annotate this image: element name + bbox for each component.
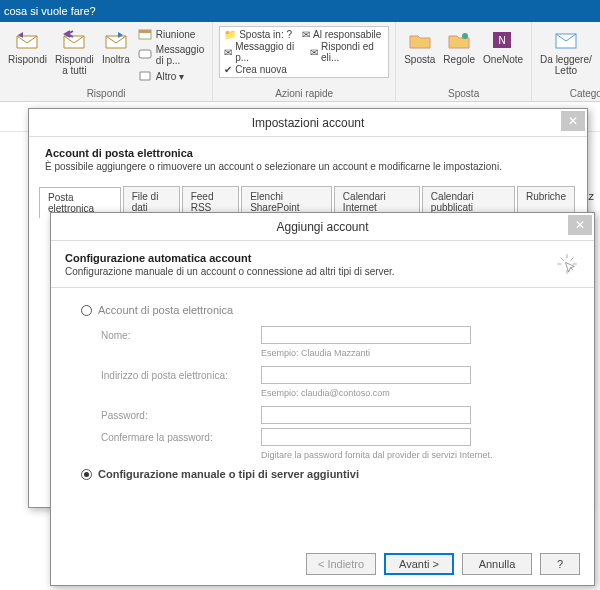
create-new-icon: ✔: [224, 64, 232, 75]
forward-label: Inoltra: [102, 54, 130, 65]
label-name: Nome:: [101, 330, 261, 341]
group-label-sposta: Sposta: [402, 86, 525, 99]
rules-icon: [445, 28, 473, 52]
dialog-subheading: È possibile aggiungere o rimuovere un ac…: [45, 161, 571, 172]
wizard-heading: Configurazione automatica account: [65, 252, 251, 264]
dialog-heading: Account di posta elettronica: [45, 147, 193, 159]
name-input[interactable]: [261, 326, 471, 344]
label-password: Password:: [101, 410, 261, 421]
dialog-header: Account di posta elettronica È possibile…: [29, 137, 587, 180]
reply-icon: [13, 28, 41, 52]
dialog-title: Impostazioni account: [252, 116, 365, 130]
wizard-body: Account di posta elettronica Nome: Esemp…: [51, 288, 594, 506]
password-input[interactable]: [261, 406, 471, 424]
dialog-title-bar: Aggiungi account ✕: [51, 213, 594, 241]
envelope-icon: [552, 28, 580, 52]
onenote-icon: N: [489, 28, 517, 52]
ribbon-group-sposta: Sposta Regole N OneNote Sposta: [396, 22, 532, 101]
reply-label: Rispondi: [8, 54, 47, 65]
tell-me-bar[interactable]: cosa si vuole fare?: [0, 0, 600, 22]
group-label-rispondi: Rispondi: [6, 86, 206, 99]
close-icon: ✕: [568, 114, 578, 128]
move-button[interactable]: Sposta: [402, 26, 437, 67]
ribbon-group-rispondi: Rispondi Rispondi a tutti Inoltra Riunio…: [0, 22, 213, 101]
reply-button[interactable]: Rispondi: [6, 26, 49, 67]
label-email: Indirizzo di posta elettronica:: [101, 370, 261, 381]
reply-all-label: Rispondi a tutti: [55, 54, 94, 76]
folder-move-icon: 📁: [224, 29, 236, 40]
group-label-categorie: Categorie: [538, 86, 600, 99]
email-input[interactable]: [261, 366, 471, 384]
ribbon-group-azioni: 📁Sposta in: ? ✉Al responsabile ✉Messaggi…: [213, 22, 396, 101]
reply-all-button[interactable]: Rispondi a tutti: [53, 26, 96, 78]
wizard-footer: < Indietro Avanti > Annulla ?: [306, 553, 580, 575]
hint-name: Esempio: Claudia Mazzanti: [261, 348, 564, 358]
im-button[interactable]: Messaggio di p...: [136, 43, 206, 67]
reply-delete-icon: ✉: [310, 47, 318, 58]
forward-button[interactable]: Inoltra: [100, 26, 132, 67]
meeting-button[interactable]: Riunione: [136, 26, 206, 42]
ribbon: Rispondi Rispondi a tutti Inoltra Riunio…: [0, 22, 600, 102]
reply-all-icon: [60, 28, 88, 52]
ribbon-group-categorie: Da leggere/ Letto Completa Categorie: [532, 22, 600, 101]
label-confirm-password: Confermare la password:: [101, 432, 261, 443]
close-button[interactable]: ✕: [568, 215, 592, 235]
close-icon: ✕: [575, 218, 585, 232]
close-button[interactable]: ✕: [561, 111, 585, 131]
read-unread-button[interactable]: Da leggere/ Letto: [538, 26, 594, 78]
hint-password: Digitare la password fornita dal provide…: [261, 450, 564, 460]
dialog-title: Aggiungi account: [276, 220, 368, 234]
back-button[interactable]: < Indietro: [306, 553, 376, 575]
meeting-icon: [138, 27, 152, 41]
more-icon: [138, 69, 152, 83]
dialog-title-bar: Impostazioni account ✕: [29, 109, 587, 137]
hint-email: Esempio: claudia@contoso.com: [261, 388, 564, 398]
svg-rect-1: [139, 30, 151, 33]
onenote-button[interactable]: N OneNote: [481, 26, 525, 67]
cursor-click-icon: [554, 251, 580, 277]
mail-icon: ✉: [224, 47, 232, 58]
radio-icon: [81, 305, 92, 316]
svg-text:N: N: [498, 35, 505, 46]
help-button[interactable]: ?: [540, 553, 580, 575]
to-manager-icon: ✉: [302, 29, 310, 40]
svg-rect-2: [139, 50, 151, 58]
forward-icon: [102, 28, 130, 52]
move-icon: [406, 28, 434, 52]
next-button[interactable]: Avanti >: [384, 553, 454, 575]
wizard-subheading: Configurazione manuale di un account o c…: [65, 266, 395, 277]
radio-email-account[interactable]: Account di posta elettronica: [81, 304, 564, 316]
quick-steps-gallery[interactable]: 📁Sposta in: ? ✉Al responsabile ✉Messaggi…: [219, 26, 389, 78]
rules-button[interactable]: Regole: [441, 26, 477, 67]
confirm-password-input[interactable]: [261, 428, 471, 446]
group-label-azioni: Azioni rapide: [219, 86, 389, 99]
im-icon: [138, 48, 152, 62]
add-account-dialog: Aggiungi account ✕ Configurazione automa…: [50, 212, 595, 586]
more-button[interactable]: Altro ▾: [136, 68, 206, 84]
cancel-button[interactable]: Annulla: [462, 553, 532, 575]
radio-manual-setup[interactable]: Configurazione manuale o tipi di server …: [81, 468, 564, 480]
radio-icon: [81, 469, 92, 480]
wizard-header: Configurazione automatica account Config…: [51, 241, 594, 288]
svg-point-3: [462, 33, 468, 39]
